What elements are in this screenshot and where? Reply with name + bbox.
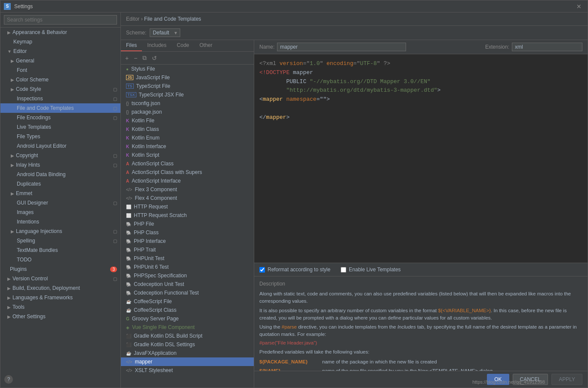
sidebar-item-file-types[interactable]: File Types bbox=[0, 132, 120, 141]
file-item[interactable]: KKotlin Interface bbox=[121, 142, 254, 151]
sidebar-item-textmate[interactable]: TextMate Bundles bbox=[0, 245, 120, 255]
tab-code[interactable]: Code bbox=[172, 40, 194, 51]
file-item[interactable]: {}tsconfig.json bbox=[121, 99, 254, 108]
sidebar-item-android-layout[interactable]: Android Layout Editor bbox=[0, 141, 120, 151]
close-button[interactable]: ✕ bbox=[574, 2, 584, 11]
description-title: Description bbox=[259, 280, 582, 288]
file-name: PHP Trait bbox=[134, 247, 156, 253]
sidebar-item-android-data[interactable]: Android Data Binding bbox=[0, 170, 120, 179]
file-item[interactable]: 🐘Codeception Functional Test bbox=[121, 289, 254, 297]
tab-files[interactable]: Files bbox=[121, 40, 142, 51]
file-item[interactable]: </>Flex 4 Component bbox=[121, 194, 254, 202]
file-item[interactable]: ⬜HTTP Request bbox=[121, 202, 254, 211]
sidebar-item-file-encodings[interactable]: File Encodings▢ bbox=[0, 113, 120, 122]
file-item[interactable]: ●Stylus File bbox=[121, 65, 254, 73]
sidebar-item-code-style[interactable]: ▶Code Style▢ bbox=[0, 84, 120, 94]
arrow-icon: ▶ bbox=[11, 153, 14, 158]
add-button[interactable]: + bbox=[123, 54, 130, 62]
sidebar-item-appearance[interactable]: ▶Appearance & Behavior bbox=[0, 28, 120, 37]
live-templates-checkbox-label[interactable]: Enable Live Templates bbox=[341, 267, 401, 273]
sidebar-item-copyright[interactable]: ▶Copyright▢ bbox=[0, 151, 120, 160]
sidebar-item-build[interactable]: ▶Build, Execution, Deployment bbox=[0, 283, 120, 293]
file-item[interactable]: ◈Vue Single File Component bbox=[121, 323, 254, 332]
sidebar-item-duplicates[interactable]: Duplicates bbox=[0, 179, 120, 189]
sidebar-item-live-templates[interactable]: Live Templates bbox=[0, 122, 120, 132]
sidebar-item-lang-injections[interactable]: ▶Language Injections▢ bbox=[0, 227, 120, 236]
file-item[interactable]: ⬛Gradle Kotlin DSL Build Script bbox=[121, 332, 254, 340]
sidebar-item-general[interactable]: ▶General bbox=[0, 56, 120, 65]
file-item[interactable]: 🐘PHP Trait bbox=[121, 245, 254, 254]
file-item[interactable]: 🐘PHP Interface bbox=[121, 237, 254, 245]
code-editor[interactable]: <?xml version="1.0" encoding="UTF-8" ?> … bbox=[254, 54, 588, 263]
file-item[interactable]: 🐘PHP File bbox=[121, 220, 254, 228]
reset-button[interactable]: ↺ bbox=[150, 54, 159, 62]
reformat-checkbox-label[interactable]: Reformat according to style bbox=[259, 267, 330, 273]
file-item[interactable]: TSXTypeScript JSX File bbox=[121, 90, 254, 99]
copy-button[interactable]: ⧉ bbox=[141, 53, 148, 62]
sidebar-item-tools[interactable]: ▶Tools bbox=[0, 302, 120, 312]
help-button[interactable]: ? bbox=[4, 375, 13, 384]
file-item[interactable]: </>XSLT Stylesheet bbox=[121, 366, 254, 375]
reformat-checkbox[interactable] bbox=[259, 267, 265, 273]
var-name-1: ${PACKAGE_NAME} bbox=[259, 358, 315, 366]
file-item[interactable]: KKotlin Script bbox=[121, 151, 254, 159]
file-item[interactable]: 🐘PHP Class bbox=[121, 228, 254, 237]
scheme-select[interactable]: Default Project bbox=[150, 28, 180, 37]
sidebar-item-other-settings[interactable]: ▶Other Settings bbox=[0, 312, 120, 321]
tab-includes[interactable]: Includes bbox=[142, 40, 172, 51]
file-item[interactable]: {}package.json bbox=[121, 108, 254, 116]
file-item[interactable]: ☕JavaFXApplication bbox=[121, 349, 254, 357]
sidebar-items-container: ▶Appearance & BehaviorKeymap▼Editor▶Gene… bbox=[0, 28, 120, 321]
file-item[interactable]: KKotlin Class bbox=[121, 125, 254, 133]
file-item[interactable]: 🐘Codeception Unit Test bbox=[121, 280, 254, 289]
file-item[interactable]: AActionScript Class bbox=[121, 159, 254, 168]
content-area: Files Includes Code Other + − ⧉ ↺ ●Sty bbox=[121, 40, 588, 388]
sidebar-item-keymap[interactable]: Keymap bbox=[0, 37, 120, 47]
file-item[interactable]: AActionScript Interface bbox=[121, 177, 254, 185]
sidebar-item-plugins[interactable]: Plugins3 bbox=[0, 264, 120, 274]
file-item[interactable]: 🐘PHPSpec Specification bbox=[121, 271, 254, 280]
file-item[interactable]: </>mapper bbox=[121, 357, 254, 366]
file-item[interactable]: ⬛Gradle Kotlin DSL Settings bbox=[121, 340, 254, 349]
file-item[interactable]: AActionScript Class with Supers bbox=[121, 168, 254, 177]
file-type-icon: 🐘 bbox=[126, 239, 131, 244]
file-item[interactable]: ⬜HTTP Request Scratch bbox=[121, 211, 254, 220]
file-item[interactable]: </>Flex 3 Component bbox=[121, 185, 254, 194]
sidebar-item-inlay-hints[interactable]: ▶Inlay Hints▢ bbox=[0, 160, 120, 170]
file-item[interactable]: KKotlin File bbox=[121, 116, 254, 125]
file-item[interactable]: 🐘PHPUnit Test bbox=[121, 254, 254, 263]
sidebar-item-font[interactable]: Font bbox=[0, 65, 120, 75]
sidebar-item-version-control[interactable]: ▶Version Control▢ bbox=[0, 274, 120, 283]
remove-button[interactable]: − bbox=[132, 54, 139, 62]
file-item[interactable]: TSTypeScript File bbox=[121, 82, 254, 90]
file-type-icon: ⬛ bbox=[126, 342, 131, 347]
sidebar-item-gui-designer[interactable]: GUI Designer▢ bbox=[0, 198, 120, 208]
sidebar-item-intentions[interactable]: Intentions bbox=[0, 217, 120, 227]
file-type-icon: {} bbox=[126, 110, 129, 115]
file-item[interactable]: GGroovy Server Page bbox=[121, 314, 254, 323]
apply-button[interactable]: APPLY bbox=[551, 374, 582, 385]
sidebar-item-inspections[interactable]: Inspections▢ bbox=[0, 94, 120, 103]
file-item[interactable]: 🐘PHPUnit 6 Test bbox=[121, 263, 254, 271]
live-templates-checkbox[interactable] bbox=[341, 267, 346, 273]
search-input[interactable] bbox=[4, 15, 117, 25]
sidebar-item-color-scheme[interactable]: ▶Color Scheme bbox=[0, 75, 120, 84]
extension-input[interactable] bbox=[512, 43, 582, 51]
file-name: PHPUnit 6 Test bbox=[134, 264, 169, 270]
name-input[interactable] bbox=[277, 43, 406, 51]
file-item[interactable]: ☕CoffeeScript File bbox=[121, 297, 254, 306]
tab-other[interactable]: Other bbox=[194, 40, 218, 51]
sidebar-item-languages[interactable]: ▶Languages & Frameworks bbox=[0, 293, 120, 302]
sidebar-item-file-code-templates[interactable]: File and Code Templates▢ bbox=[0, 103, 120, 113]
sidebar-item-editor[interactable]: ▼Editor bbox=[0, 47, 120, 56]
sidebar-item-todo[interactable]: TODO bbox=[0, 255, 120, 264]
file-item[interactable]: ☕CoffeeScript Class bbox=[121, 306, 254, 314]
sidebar-item-label: Language Injections bbox=[16, 228, 62, 234]
sidebar-item-images[interactable]: Images bbox=[0, 208, 120, 217]
sidebar-item-label: Code Style bbox=[16, 86, 41, 92]
sidebar-item-spelling[interactable]: Spelling▢ bbox=[0, 236, 120, 245]
sidebar-item-label: Android Layout Editor bbox=[17, 143, 66, 149]
sidebar-item-emmet[interactable]: ▶Emmet bbox=[0, 189, 120, 198]
file-item[interactable]: JSJavaScript File bbox=[121, 73, 254, 82]
file-item[interactable]: KKotlin Enum bbox=[121, 133, 254, 142]
